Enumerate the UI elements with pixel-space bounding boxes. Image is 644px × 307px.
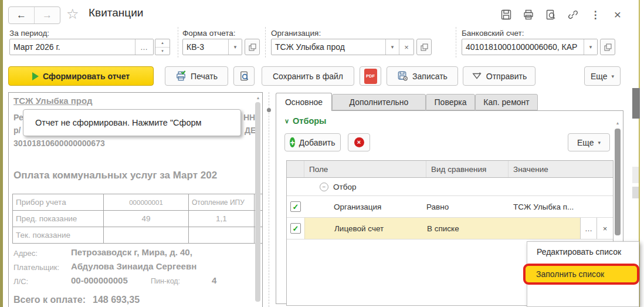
preview-doc-icon xyxy=(239,70,250,82)
send-label: Отправить xyxy=(486,72,527,81)
write-label: Записать xyxy=(412,72,448,81)
scroll-up-icon[interactable]: ▴ xyxy=(257,95,259,100)
more-menu-icon[interactable]: ⋮ xyxy=(589,8,602,21)
panel-splitter[interactable] xyxy=(269,92,269,307)
add-button[interactable]: + Добавить xyxy=(284,133,341,151)
tab-label: Основное xyxy=(285,97,323,107)
filter-row-organization[interactable]: ✓ Организация Равно ТСЖ Улыбка п... xyxy=(287,196,613,218)
print-icon[interactable] xyxy=(522,8,535,21)
scroll-up-icon[interactable]: ▴ xyxy=(616,120,619,126)
preview-scrollbar[interactable] xyxy=(255,102,260,302)
print-check-icon xyxy=(175,70,187,82)
header-field: Поле xyxy=(304,161,426,177)
collapse-icon[interactable]: − xyxy=(320,183,328,191)
period-picker-button[interactable]: … xyxy=(135,39,153,55)
bank-account-value[interactable]: 40101810001000006060, КАР xyxy=(462,39,584,55)
preview-clipped-text: р/ xyxy=(13,126,21,135)
play-icon xyxy=(32,72,39,80)
organization-value[interactable]: ТСЖ Улыбка прод xyxy=(272,39,385,55)
tab-verification[interactable]: Поверка xyxy=(426,94,475,110)
value-clear-button[interactable]: × xyxy=(596,218,613,239)
period-input[interactable]: Март 2026 г. … xyxy=(9,39,154,55)
selections-section-title: Отборы xyxy=(293,116,326,126)
panel-more-button[interactable]: Еще ▾ xyxy=(568,133,610,151)
report-preview-panel: ТСЖ Улыбка прод Ре НН р/ ДЕ 301018106000… xyxy=(8,92,263,307)
toolbar-more-button[interactable]: Еще ▾ xyxy=(584,66,621,86)
organization-select[interactable]: ТСЖ Улыбка прод ▾ × xyxy=(271,39,414,55)
preview-clipped-text: ДЕ xyxy=(245,126,256,135)
right-edge-fragment xyxy=(632,167,639,183)
save-to-file-button[interactable]: Сохранить в файл xyxy=(262,66,354,86)
tab-capital-repair[interactable]: Кап. ремонт xyxy=(475,94,538,110)
pin-label: Пин-код: xyxy=(151,277,180,285)
forward-icon: → xyxy=(42,9,52,21)
meter-cell xyxy=(189,227,255,244)
meter-cell: Отопление ИПУ xyxy=(189,194,255,211)
bank-account-dropdown-button[interactable]: ▾ xyxy=(584,39,597,55)
spin-up-button[interactable]: ▴ xyxy=(155,39,170,48)
menu-item-fill-list-highlighted[interactable]: Заполнить список xyxy=(523,264,639,285)
period-value[interactable]: Март 2026 г. xyxy=(10,39,135,55)
print-button[interactable]: Печать xyxy=(165,66,228,86)
favorite-star-icon[interactable]: ☆ xyxy=(66,7,79,21)
filter-row-personal-account[interactable]: ✓ Лицевой счет В списке … × xyxy=(287,218,613,239)
report-form-dropdown-button[interactable]: ▾ xyxy=(228,39,242,55)
panel-scrollbar[interactable] xyxy=(615,129,621,235)
organization-label: Организация: xyxy=(271,29,321,38)
close-glyph: × xyxy=(614,8,621,22)
row-field: Лицевой счет xyxy=(305,224,427,233)
pdf-button[interactable]: PDF xyxy=(360,66,381,86)
send-button[interactable]: Отправить xyxy=(463,66,535,86)
print-preview-button[interactable] xyxy=(233,66,255,86)
save-icon[interactable] xyxy=(500,8,513,21)
back-button[interactable]: ← xyxy=(9,7,34,23)
tab-additional[interactable]: Дополнительно xyxy=(332,94,426,110)
outer-scrollbar-thumb[interactable] xyxy=(632,88,640,119)
check-icon: ✓ xyxy=(293,203,299,211)
report-form-select[interactable]: КВ-3 ▾ xyxy=(182,39,242,55)
organization-clear-button[interactable]: × xyxy=(399,39,413,55)
bank-account-select[interactable]: 40101810001000006060, КАР ▾ xyxy=(462,39,598,55)
choose-icon xyxy=(249,43,256,51)
dropdown-icon: ▾ xyxy=(234,44,237,50)
dropdown-icon: ▾ xyxy=(589,44,592,50)
link-icon[interactable] xyxy=(567,8,579,21)
menu-item-edit-list[interactable]: Редактировать список xyxy=(527,242,639,262)
row-comparison: Равно xyxy=(426,203,509,211)
forward-button[interactable]: → xyxy=(34,7,60,23)
tab-main[interactable]: Основное xyxy=(276,93,332,111)
toolbar-more-label: Еще xyxy=(591,72,608,81)
value-picker-button[interactable]: … xyxy=(580,218,596,239)
generate-report-button[interactable]: Сформировать отчет xyxy=(8,66,154,86)
tab-label: Дополнительно xyxy=(350,97,409,107)
meter-cell: 49 xyxy=(104,211,189,227)
header-comparison: Вид сравнения xyxy=(426,161,509,177)
spin-down-button[interactable]: ▾ xyxy=(155,48,170,55)
back-icon: ← xyxy=(16,9,26,21)
delete-button[interactable]: × xyxy=(348,133,370,151)
close-icon[interactable]: × xyxy=(611,8,624,21)
report-form-choose-button[interactable] xyxy=(245,39,260,55)
organization-choose-button[interactable] xyxy=(416,39,432,55)
bank-account-choose-button[interactable] xyxy=(600,39,615,55)
organization-dropdown-button[interactable]: ▾ xyxy=(385,39,399,55)
preview-icon[interactable] xyxy=(544,8,557,21)
report-form-label: Форма отчета: xyxy=(182,29,236,38)
checkbox-checked[interactable]: ✓ xyxy=(290,223,301,234)
preview-corr-account: 30101810600000000673 xyxy=(13,139,105,148)
splitter-grip[interactable] xyxy=(267,108,271,112)
choose-icon xyxy=(421,43,428,51)
selections-section-toggle[interactable]: ∨ Отборы xyxy=(284,116,327,126)
total-label: Всего к оплате: xyxy=(13,295,86,305)
write-button[interactable]: Записать xyxy=(387,66,458,86)
report-form-value[interactable]: КВ-3 xyxy=(183,39,228,55)
page-title: Квитанции xyxy=(89,6,143,19)
group-row[interactable]: − Отбор xyxy=(287,178,613,196)
checkbox-checked[interactable]: ✓ xyxy=(290,201,301,212)
bank-account-label: Банковский счет: xyxy=(462,29,524,38)
table-row: Пред. показание 49 1,1 xyxy=(13,211,263,227)
pin-value: 4 xyxy=(212,275,216,285)
generate-report-label: Сформировать отчет xyxy=(43,72,130,81)
preview-clipped-text: Ре xyxy=(13,113,23,122)
dropdown-icon: ▾ xyxy=(611,73,614,79)
